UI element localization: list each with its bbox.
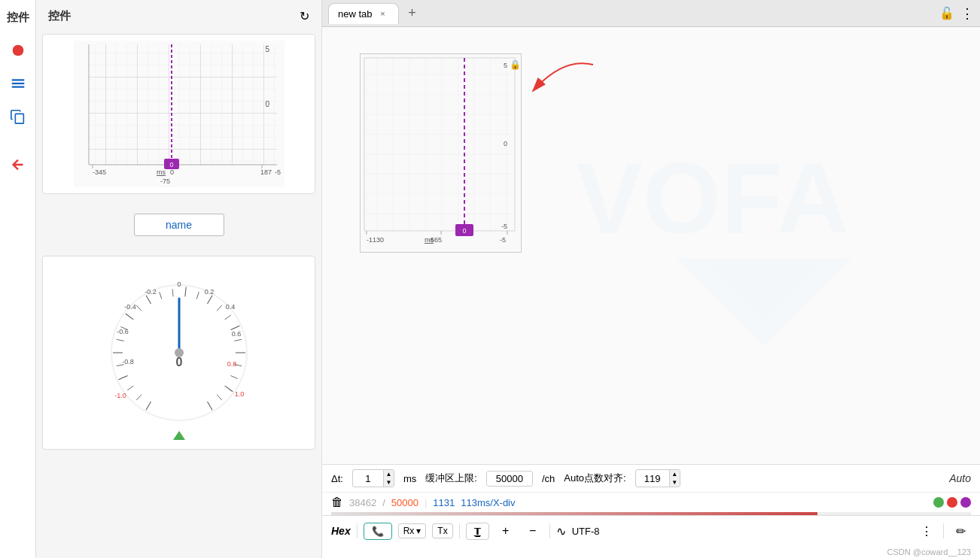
- format-button[interactable]: T̲: [466, 523, 489, 540]
- freq-value: 1131: [433, 497, 455, 508]
- gauge-container: -1.0 -0.8 -0.6 -0.4 -0.2 0 0.2 0.4 0.6 0…: [96, 262, 262, 428]
- current-points: 38462: [349, 497, 376, 508]
- buffer-input[interactable]: [487, 472, 532, 486]
- svg-text:0: 0: [175, 356, 182, 368]
- auto-points-input[interactable]: [636, 472, 669, 486]
- svg-text:0: 0: [177, 281, 181, 288]
- svg-text:1.0: 1.0: [234, 390, 244, 398]
- svg-rect-6: [89, 44, 277, 165]
- delta-t-input-wrapper: ▲ ▼: [352, 469, 394, 487]
- buffer-label: 缓冲区上限:: [425, 472, 477, 485]
- svg-text:5: 5: [265, 45, 269, 53]
- svg-text:-0.8: -0.8: [122, 358, 134, 365]
- gauge-widget: -1.0 -0.8 -0.6 -0.4 -0.2 0 0.2 0.4 0.6 0…: [42, 256, 315, 450]
- tab-bar-right: 🔓 ⋮: [939, 5, 974, 22]
- svg-line-43: [234, 339, 242, 341]
- tx-dropdown[interactable]: Tx: [432, 523, 452, 538]
- svg-text:0: 0: [170, 168, 174, 176]
- refresh-icon[interactable]: ↻: [300, 9, 309, 23]
- rx-dropdown[interactable]: Rx ▾: [398, 523, 427, 538]
- pen-button[interactable]: ✏: [950, 520, 971, 541]
- svg-text:187: 187: [260, 168, 272, 176]
- svg-line-30: [116, 339, 123, 341]
- svg-text:-5: -5: [501, 223, 507, 230]
- csdn-credit: CSDN @coward__123: [322, 546, 980, 558]
- svg-text:5: 5: [504, 62, 507, 69]
- vofa-watermark: VOFA: [576, 114, 952, 378]
- delta-t-up[interactable]: ▲: [383, 470, 394, 478]
- svg-text:-5: -5: [275, 168, 281, 176]
- gauge-triangle-indicator: [173, 431, 185, 440]
- auto-points-down[interactable]: ▼: [669, 478, 680, 487]
- svg-text:-0.2: -0.2: [145, 288, 157, 296]
- svg-line-35: [159, 292, 161, 299]
- dot-red: [947, 497, 957, 508]
- svg-line-36: [172, 289, 173, 296]
- svg-line-49: [207, 402, 212, 410]
- per-ch-label: /ch: [542, 473, 555, 484]
- name-button[interactable]: name: [134, 214, 224, 236]
- auto-points-spinner: ▲ ▼: [669, 470, 680, 487]
- delta-t-label: Δt:: [331, 473, 343, 484]
- status-line: 🗑 38462 / 50000 | 1131 113ms/X-div: [322, 492, 980, 512]
- new-tab[interactable]: new tab ×: [328, 3, 399, 24]
- panel-header: 控件 ↻: [42, 6, 315, 26]
- svg-rect-67: [364, 58, 515, 231]
- tab-close-button[interactable]: ×: [377, 8, 389, 20]
- more-options-button[interactable]: ⋮: [916, 520, 937, 541]
- svg-text:0.2: 0.2: [204, 288, 214, 296]
- back-arrow-icon[interactable]: [6, 153, 30, 177]
- phone-button[interactable]: 📞: [364, 523, 392, 540]
- left-panel: 控件 ↻: [36, 0, 322, 558]
- status-dots: [933, 497, 971, 508]
- svg-text:-1.0: -1.0: [114, 392, 126, 399]
- pipe1: |: [425, 497, 427, 508]
- trash-icon[interactable]: 🗑: [331, 496, 343, 509]
- tab-bar: new tab × + 🔓 ⋮: [322, 0, 980, 27]
- menu-icon[interactable]: [6, 71, 30, 96]
- more-options-icon[interactable]: ⋮: [960, 5, 974, 22]
- svg-point-63: [175, 348, 184, 357]
- svg-text:-75: -75: [160, 177, 170, 185]
- tab-add-button[interactable]: +: [402, 3, 423, 24]
- left-osc-widget: 5 0 -345 ms 0 187 -75 0: [42, 34, 315, 194]
- divider-1: [357, 523, 358, 538]
- delta-t-input[interactable]: [353, 472, 383, 486]
- svg-text:-0.6: -0.6: [117, 328, 129, 335]
- svg-line-41: [224, 315, 230, 320]
- separator: /: [382, 497, 385, 508]
- delta-t-down[interactable]: ▼: [383, 478, 394, 487]
- divider-2: [459, 523, 460, 538]
- dot-purple: [960, 497, 971, 508]
- svg-line-48: [217, 395, 222, 400]
- panel-title: 控件: [7, 11, 29, 25]
- svg-text:VOFA: VOFA: [576, 142, 849, 254]
- svg-text:0.6: 0.6: [231, 330, 241, 338]
- svg-text:-1130: -1130: [367, 236, 384, 244]
- svg-line-37: [184, 287, 185, 296]
- svg-text:-5: -5: [500, 236, 506, 244]
- name-button-container: name: [42, 208, 315, 242]
- auto-points-up[interactable]: ▲: [669, 470, 680, 478]
- svg-line-42: [230, 326, 239, 329]
- plus-button[interactable]: +: [495, 520, 516, 541]
- minus-button[interactable]: −: [522, 520, 543, 541]
- buffer-input-wrapper: [486, 471, 533, 487]
- svg-text:🔒: 🔒: [510, 59, 521, 70]
- svg-text:ms: ms: [157, 168, 166, 176]
- svg-rect-4: [15, 114, 23, 123]
- svg-line-39: [207, 296, 212, 304]
- copy-icon[interactable]: [6, 105, 30, 129]
- svg-line-25: [136, 395, 142, 400]
- dot-green: [933, 497, 944, 508]
- svg-line-40: [217, 305, 222, 311]
- lock-icon: 🔓: [939, 6, 954, 20]
- record-icon[interactable]: [6, 38, 30, 62]
- max-points: 50000: [391, 497, 418, 508]
- auto-points-wrapper: ▲ ▼: [635, 469, 680, 487]
- svg-text:0: 0: [504, 140, 507, 147]
- svg-line-26: [127, 386, 133, 390]
- svg-line-46: [230, 376, 237, 379]
- sidebar: 控件: [0, 0, 36, 558]
- svg-text:0: 0: [462, 227, 466, 235]
